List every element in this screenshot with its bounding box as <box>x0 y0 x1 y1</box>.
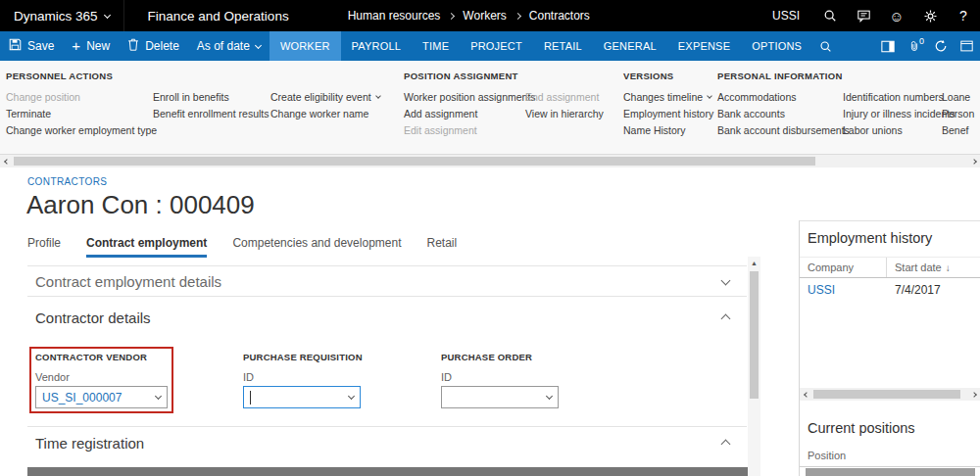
breadcrumb-item-workers[interactable]: Workers <box>463 9 506 23</box>
tab-contract-employment[interactable]: Contract employment <box>86 236 207 258</box>
page-caption[interactable]: CONTRACTORS <box>27 176 107 187</box>
scroll-right-icon[interactable] <box>967 155 980 167</box>
gear-icon[interactable] <box>913 0 947 31</box>
attachments-icon[interactable]: 0 <box>901 31 927 61</box>
related-pane-icon[interactable] <box>874 31 901 61</box>
refresh-icon[interactable] <box>927 31 954 61</box>
column-header-start-date[interactable]: Start date ↓ <box>887 258 951 277</box>
save-button[interactable]: Save <box>0 31 63 61</box>
commandbar-search-icon[interactable] <box>812 31 839 61</box>
action-menu-item[interactable]: Benef <box>942 121 980 138</box>
scroll-up-icon[interactable]: ▲ <box>748 257 760 269</box>
tab-retail[interactable]: RETAIL <box>533 31 593 61</box>
dynamics365-menu[interactable]: Dynamics 365 <box>0 0 123 31</box>
tab-profile[interactable]: Profile <box>27 236 61 258</box>
flyout-group-position-assignment: POSITION ASSIGNMENT Worker position assi… <box>404 71 525 154</box>
tab-project[interactable]: PROJECT <box>460 31 533 61</box>
action-menu-item[interactable]: Change worker name <box>270 105 404 121</box>
tab-time[interactable]: TIME <box>412 31 460 61</box>
as-of-date-button[interactable]: As of date <box>188 31 270 61</box>
tab-options[interactable]: OPTIONS <box>741 31 812 61</box>
action-menu-item[interactable]: Name History <box>623 121 717 138</box>
help-icon[interactable]: ? <box>947 0 980 31</box>
tab-competencies-and-development[interactable]: Competencies and development <box>232 236 401 258</box>
action-menu-item[interactable]: Bank account disbursements <box>717 121 843 138</box>
purchase-requisition-id-combobox[interactable] <box>243 386 361 408</box>
vendor-combobox[interactable]: US_SI_000007 <box>35 386 168 408</box>
smiley-feedback-icon[interactable]: ☺ <box>880 0 913 31</box>
action-menu-item[interactable]: Enroll in benefits <box>153 88 270 105</box>
dropdown-icon[interactable] <box>348 393 355 400</box>
scrollbar-thumb[interactable] <box>813 390 960 399</box>
action-menu-item[interactable]: View in hierarchy <box>525 105 623 121</box>
open-in-new-window-icon[interactable] <box>954 31 980 61</box>
main-vertical-scrollbar[interactable]: ▲ <box>748 257 760 476</box>
delete-label: Delete <box>145 39 179 53</box>
breadcrumb-item-contractors[interactable]: Contractors <box>529 9 590 23</box>
action-menu-item[interactable]: Labor unions <box>843 121 942 138</box>
purchase-order-id-combobox[interactable] <box>441 386 559 408</box>
flyout-group-personal-information: PERSONAL INFORMATION Accommodations Bank… <box>717 71 843 154</box>
message-center-icon[interactable] <box>847 0 880 31</box>
action-menu-item[interactable]: Changes timeline <box>623 88 717 105</box>
start-date-value: 7/4/2017 <box>887 283 941 303</box>
chevron-up-icon <box>721 440 731 450</box>
action-menu-item: End assignment <box>525 88 623 105</box>
scrollbar-thumb[interactable] <box>750 271 759 399</box>
action-menu-item[interactable]: Loane <box>942 88 980 105</box>
chevron-down-icon <box>707 93 712 99</box>
chevron-up-icon <box>721 314 731 324</box>
action-menu-item[interactable]: Add assignment <box>404 105 525 121</box>
action-menu-item[interactable]: Person <box>942 105 980 121</box>
tab-expense[interactable]: EXPENSE <box>667 31 741 61</box>
action-menu-item[interactable]: Change worker employment type <box>6 121 153 138</box>
chevron-down-icon <box>375 93 381 99</box>
top-navigation-bar: Dynamics 365 Finance and Operations Huma… <box>0 0 980 31</box>
app-name-link[interactable]: Finance and Operations <box>124 0 313 31</box>
action-menu-item[interactable]: Employment history <box>623 105 717 121</box>
flyout-horizontal-scrollbar[interactable] <box>0 155 980 167</box>
action-menu-item-label: Create eligibility event <box>270 91 371 103</box>
scrollbar-thumb[interactable] <box>14 157 815 166</box>
chevron-down-icon <box>721 275 731 285</box>
action-menu-item[interactable]: Create eligibility event <box>270 88 404 105</box>
action-menu-item[interactable]: Injury or illness incidents <box>843 105 942 121</box>
action-menu-item[interactable]: Terminate <box>6 105 153 121</box>
tab-payroll[interactable]: PAYROLL <box>341 31 413 61</box>
action-menu-item[interactable]: Bank accounts <box>717 105 843 121</box>
column-header-company[interactable]: Company <box>800 258 887 277</box>
company-link[interactable]: USSI <box>800 283 887 303</box>
new-button[interactable]: + New <box>63 31 119 61</box>
section-contractor-details[interactable]: Contractor details <box>27 303 747 332</box>
breadcrumb-item-human-resources[interactable]: Human resources <box>348 9 441 23</box>
chevron-right-icon <box>514 12 521 19</box>
section-contract-employment-details[interactable]: Contract employment details <box>27 266 747 296</box>
employment-history-row[interactable]: USSI 7/4/2017 <box>800 283 980 303</box>
action-menu-item[interactable]: Benefit enrollment results <box>153 105 270 121</box>
action-menu-item[interactable]: Accommodations <box>717 88 843 105</box>
scroll-left-icon[interactable] <box>0 155 13 167</box>
tab-retail[interactable]: Retail <box>426 236 457 258</box>
topbar-right-icons: USSI ☺ ? <box>759 0 980 31</box>
chevron-down-icon <box>255 41 262 48</box>
search-icon[interactable] <box>813 0 847 31</box>
scroll-left-icon[interactable] <box>800 388 812 401</box>
dropdown-icon[interactable] <box>155 393 162 400</box>
commandbar-right-icons: 0 <box>874 31 980 61</box>
section-time-registration[interactable]: Time registration <box>27 428 747 457</box>
action-menu-item[interactable]: Worker position assignments <box>404 88 525 105</box>
divider <box>27 296 747 297</box>
company-picker[interactable]: USSI <box>759 9 813 23</box>
tab-general[interactable]: GENERAL <box>593 31 667 61</box>
column-header-position[interactable]: Position <box>808 450 846 461</box>
field-group-contractor-vendor: CONTRACTOR VENDOR Vendor US_SI_000007 <box>35 352 168 408</box>
tab-worker[interactable]: WORKER <box>270 31 341 61</box>
panel-horizontal-scrollbar[interactable] <box>800 388 980 401</box>
action-group-header: POSITION ASSIGNMENT <box>404 71 525 88</box>
action-menu-item[interactable]: Identification numbers <box>843 88 942 105</box>
dropdown-icon[interactable] <box>546 393 553 400</box>
vendor-value[interactable]: US_SI_000007 <box>42 391 122 405</box>
delete-button[interactable]: Delete <box>119 31 188 61</box>
scroll-right-icon[interactable] <box>967 388 980 401</box>
plus-icon: + <box>72 38 80 53</box>
